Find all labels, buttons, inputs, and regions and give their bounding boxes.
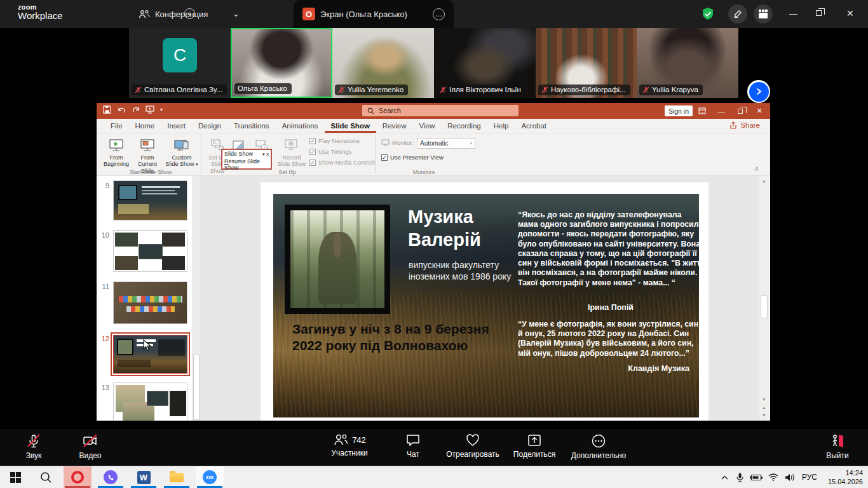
monitor-dropdown[interactable]: Automatic ▾ bbox=[417, 138, 475, 149]
tab-slide-show[interactable]: Slide Show bbox=[325, 119, 376, 133]
tab-insert[interactable]: Insert bbox=[161, 119, 192, 133]
popup-dropdown-icon[interactable]: ▾ bbox=[262, 152, 265, 156]
ribbon-display-options-icon[interactable] bbox=[693, 103, 712, 119]
soldier-photo[interactable] bbox=[285, 205, 390, 314]
restore-window-icon[interactable] bbox=[816, 10, 822, 16]
slide-thumbnail-9[interactable] bbox=[113, 180, 187, 220]
chat-button[interactable]: Чат bbox=[398, 433, 428, 459]
minimize-window-icon[interactable]: — bbox=[789, 9, 797, 18]
slide-canvas[interactable]: Музика Валерій випускник факультету іноз… bbox=[261, 182, 709, 421]
slide-12-content[interactable]: Музика Валерій випускник факультету іноз… bbox=[273, 194, 699, 417]
share-screen-button[interactable]: Поделиться bbox=[510, 433, 559, 459]
viber-icon bbox=[104, 470, 118, 484]
chevron-right-icon bbox=[755, 88, 763, 95]
ppt-close-icon[interactable]: ✕ bbox=[750, 103, 769, 119]
use-timings-checkbox[interactable]: ✓ Use Timings bbox=[309, 148, 351, 155]
tray-battery-icon[interactable] bbox=[747, 466, 765, 488]
slide-subtitle[interactable]: випускник факультету іноземних мов 1986 … bbox=[409, 260, 531, 283]
muted-mic-icon bbox=[135, 86, 142, 93]
taskbar-zoom[interactable]: zm bbox=[196, 466, 224, 488]
show-media-controls-checkbox[interactable]: ✓ Show Media Controls bbox=[309, 159, 376, 166]
video-button[interactable]: Видео bbox=[71, 433, 109, 460]
tab-file[interactable]: File bbox=[104, 119, 129, 133]
tab-conference[interactable]: Конференция bbox=[133, 0, 208, 28]
tab-design[interactable]: Design bbox=[192, 119, 227, 133]
next-participants-button[interactable] bbox=[747, 80, 770, 103]
taskbar-search-button[interactable] bbox=[32, 466, 60, 488]
quote-1-author[interactable]: Ірина Попій bbox=[518, 303, 699, 312]
tab-screen-share[interactable]: O Экран (Ольга Красько) … bbox=[294, 0, 454, 28]
close-window-icon[interactable]: ✕ bbox=[846, 8, 854, 18]
group-label-monitors: Monitors bbox=[389, 169, 459, 175]
share-button[interactable]: Share bbox=[729, 121, 760, 129]
taskbar-viber[interactable] bbox=[97, 466, 125, 488]
slide-thumbnail-10[interactable] bbox=[113, 230, 187, 272]
more-button[interactable]: Дополнительно bbox=[571, 433, 627, 460]
play-narrations-checkbox[interactable]: ✓ Play Narrations bbox=[309, 137, 360, 144]
taskbar-file-explorer[interactable] bbox=[163, 466, 191, 488]
scroll-up-icon[interactable]: ▲ bbox=[759, 179, 769, 183]
quote-1[interactable]: “Якось до нас до відділу зателефонувала … bbox=[518, 210, 699, 288]
slide-caption[interactable]: Загинув у ніч з 8 на 9 березня 2022 року… bbox=[292, 321, 511, 353]
tray-wifi-icon[interactable] bbox=[765, 466, 782, 488]
resume-slide-show-item[interactable]: Resume Slide Show bbox=[222, 158, 271, 172]
group-divider bbox=[375, 135, 376, 173]
slides-panel-scrollbar[interactable] bbox=[192, 176, 200, 421]
collapse-ribbon-icon[interactable]: ᐱ bbox=[755, 166, 758, 172]
main-scrollbar[interactable]: ▲ ▼ ▲ ▼ bbox=[759, 176, 769, 421]
tab-view[interactable]: View bbox=[413, 119, 442, 133]
scrollbar-thumb[interactable] bbox=[193, 354, 200, 420]
tab-acrobat[interactable]: Acrobat bbox=[515, 119, 553, 133]
participants-button[interactable]: 742 Участники bbox=[322, 433, 377, 458]
tab-transitions[interactable]: Transitions bbox=[227, 119, 276, 133]
participant-tile[interactable]: Yuliia Krapyva bbox=[637, 28, 738, 98]
tab-help[interactable]: Help bbox=[487, 119, 515, 133]
tab-review[interactable]: Review bbox=[376, 119, 413, 133]
participant-tile[interactable]: Ілля Вікторович Ільїн bbox=[434, 28, 536, 98]
participant-tile[interactable]: C Світлана Олегівна Зу... bbox=[129, 28, 231, 98]
tray-show-hidden-icons[interactable] bbox=[717, 466, 732, 488]
from-beginning-button[interactable]: From Beginning bbox=[102, 136, 131, 168]
tray-speaker-icon[interactable] bbox=[782, 466, 798, 488]
tab-animations[interactable]: Animations bbox=[276, 119, 325, 133]
taskbar-opera[interactable] bbox=[64, 466, 92, 488]
participant-tile-active-speaker[interactable]: Ольга Красько bbox=[231, 28, 332, 98]
tray-language-indicator[interactable]: РУС bbox=[798, 466, 821, 488]
slide-thumbnail-13[interactable] bbox=[113, 383, 187, 421]
ppt-titlebar: ▾ Presentation - PowerPoint Search Sign … bbox=[97, 103, 770, 119]
previous-slide-icon[interactable]: ▲ bbox=[759, 405, 769, 410]
start-button[interactable] bbox=[1, 466, 29, 488]
participant-tile[interactable]: Yuliia Yeremenko bbox=[332, 28, 434, 98]
popup-close-icon[interactable]: x bbox=[266, 151, 269, 157]
leave-meeting-button[interactable]: Выйти bbox=[821, 433, 854, 460]
annotate-pencil-icon[interactable] bbox=[728, 4, 747, 24]
muted-mic-icon bbox=[338, 86, 345, 93]
tray-clock[interactable]: 14:24 15.04.2026 bbox=[824, 468, 863, 487]
apps-grid-icon[interactable] bbox=[754, 4, 773, 24]
ppt-search-box[interactable]: Search bbox=[362, 105, 519, 116]
next-slide-icon[interactable]: ▼ bbox=[759, 413, 769, 417]
tab-more-icon[interactable]: … bbox=[433, 8, 445, 20]
quote-2-author[interactable]: Клавдія Музика bbox=[518, 364, 689, 373]
ppt-minimize-icon[interactable]: — bbox=[712, 103, 731, 119]
ppt-restore-icon[interactable] bbox=[731, 103, 750, 119]
participant-tile[interactable]: Науково-бібліографі... bbox=[536, 28, 637, 98]
audio-button[interactable]: Звук bbox=[14, 433, 53, 460]
chevron-down-icon[interactable]: ⌄ bbox=[233, 9, 240, 18]
ribbon-tab-bar: File Home Insert Design Transitions Anim… bbox=[97, 119, 770, 133]
taskbar-word[interactable]: W bbox=[130, 466, 158, 488]
use-presenter-view-checkbox[interactable]: ✓ Use Presenter View bbox=[381, 154, 444, 161]
tab-home[interactable]: Home bbox=[129, 119, 161, 133]
custom-slide-show-button[interactable]: Custom Slide Show ▾ bbox=[165, 136, 198, 168]
react-button[interactable]: Отреагировать bbox=[445, 433, 501, 459]
quote-2[interactable]: “У мене є фотографія, як вони зустрілися… bbox=[518, 320, 699, 358]
tab-recording[interactable]: Recording bbox=[441, 119, 487, 133]
participant-name-label: Yuliia Yeremenko bbox=[335, 85, 408, 95]
sign-in-button[interactable]: Sign in bbox=[665, 105, 693, 116]
search-icon bbox=[40, 471, 52, 484]
tray-microphone-icon[interactable] bbox=[732, 466, 747, 488]
slide-thumbnail-11[interactable] bbox=[113, 281, 187, 324]
scroll-down-icon[interactable]: ▼ bbox=[759, 397, 769, 402]
scrollbar-thumb[interactable] bbox=[761, 295, 768, 318]
security-shield-icon[interactable] bbox=[701, 7, 715, 21]
